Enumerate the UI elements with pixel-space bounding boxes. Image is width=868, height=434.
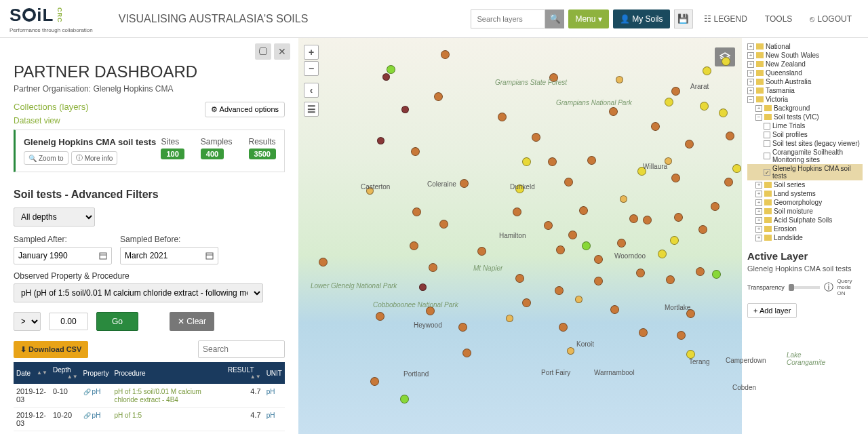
- clear-button[interactable]: ✕ Clear: [170, 312, 214, 331]
- map-marker[interactable]: [568, 231, 577, 239]
- map-marker[interactable]: [400, 395, 409, 403]
- plus-icon[interactable]: +: [755, 235, 762, 241]
- logout-link[interactable]: ⎋LOGOUT: [803, 14, 859, 24]
- map-marker[interactable]: [666, 275, 675, 284]
- map-marker[interactable]: [441, 50, 450, 59]
- map-marker[interactable]: [582, 241, 591, 250]
- plus-icon[interactable]: +: [747, 87, 754, 94]
- map-marker[interactable]: [522, 157, 531, 166]
- zoom-in-button[interactable]: +: [304, 45, 319, 60]
- col-date[interactable]: Date▲▼: [14, 362, 50, 384]
- map-marker[interactable]: [564, 178, 573, 186]
- transparency-slider[interactable]: [789, 286, 820, 289]
- map-marker[interactable]: [616, 76, 623, 83]
- checkbox[interactable]: [764, 132, 770, 138]
- tree-item[interactable]: +Erosion: [747, 224, 863, 233]
- advanced-options-button[interactable]: ⚙ Advanced options: [205, 102, 285, 117]
- map-marker[interactable]: [477, 247, 486, 256]
- display-toggle[interactable]: 🖵: [255, 43, 271, 60]
- map-marker[interactable]: [370, 377, 379, 386]
- tree-item[interactable]: +Tasmania: [747, 86, 863, 95]
- map-marker[interactable]: [639, 328, 648, 337]
- map-marker[interactable]: [629, 214, 638, 223]
- map[interactable]: + − ‹ ☰ CastertonColeraineDunkeldHamilto…: [298, 38, 742, 434]
- map-marker[interactable]: [587, 156, 596, 165]
- map-marker[interactable]: [685, 140, 694, 149]
- search-input[interactable]: [471, 9, 545, 28]
- value-input[interactable]: [49, 313, 88, 330]
- more-info-button[interactable]: ⓘ More info: [71, 151, 118, 165]
- my-soils-button[interactable]: 👤 My Soils: [613, 9, 670, 28]
- tree-item[interactable]: +Soil moisture: [747, 207, 863, 216]
- map-marker[interactable]: [719, 108, 728, 117]
- list-button[interactable]: ☰: [304, 102, 319, 117]
- tree-item[interactable]: −Soil tests (VIC): [747, 113, 863, 121]
- col-unit[interactable]: UNIT: [264, 362, 285, 384]
- depth-select[interactable]: All depths: [14, 208, 95, 226]
- map-marker[interactable]: [559, 323, 568, 332]
- plus-icon[interactable]: +: [755, 217, 762, 224]
- map-marker[interactable]: [429, 263, 437, 272]
- map-marker[interactable]: [609, 107, 618, 116]
- plus-icon[interactable]: +: [755, 191, 762, 197]
- table-row[interactable]: 2019-12-030-10🔗pHpH of 1:5 soil/0.01 M c…: [14, 384, 285, 408]
- dataset-view-link[interactable]: Dataset view: [14, 116, 285, 125]
- map-marker[interactable]: [522, 298, 531, 307]
- col-result[interactable]: RESULT▲▼: [225, 362, 264, 384]
- map-marker[interactable]: [376, 312, 384, 321]
- map-marker[interactable]: [594, 255, 603, 264]
- map-marker[interactable]: [726, 132, 734, 140]
- map-marker[interactable]: [732, 164, 741, 173]
- map-marker[interactable]: [513, 208, 521, 216]
- tree-item[interactable]: +Geomorphology: [747, 198, 863, 207]
- map-marker[interactable]: [462, 349, 471, 357]
- map-marker[interactable]: [410, 241, 418, 250]
- collections-link[interactable]: Collections (layers): [14, 102, 89, 112]
- operator-select[interactable]: >: [14, 312, 41, 331]
- tree-item[interactable]: −Victoria: [747, 95, 863, 104]
- map-marker[interactable]: [567, 347, 574, 355]
- map-marker[interactable]: [651, 122, 660, 131]
- map-marker[interactable]: [377, 137, 384, 144]
- map-marker[interactable]: [460, 179, 469, 188]
- tree-item[interactable]: +Background: [747, 104, 863, 113]
- plus-icon[interactable]: +: [747, 43, 754, 50]
- plus-icon[interactable]: +: [755, 105, 762, 112]
- map-marker[interactable]: [643, 216, 652, 224]
- map-marker[interactable]: [532, 133, 540, 142]
- tree-item[interactable]: +New South Wales: [747, 51, 863, 60]
- zoom-out-button[interactable]: −: [304, 61, 319, 76]
- map-marker[interactable]: [658, 250, 667, 258]
- map-marker[interactable]: [434, 92, 443, 101]
- menu-button[interactable]: Menu ▾: [568, 9, 608, 28]
- zoom-to-button[interactable]: 🔍 Zoom to: [24, 151, 68, 165]
- save-button[interactable]: 💾: [674, 9, 693, 28]
- tree-item[interactable]: +South Australia: [747, 77, 863, 86]
- col-depth[interactable]: Depth▲▼: [50, 362, 81, 384]
- tree-item[interactable]: Soil test sites (legacy viewer): [747, 139, 863, 148]
- tree-item[interactable]: +Acid Sulphate Soils: [747, 216, 863, 224]
- sampled-after-input[interactable]: [14, 247, 112, 264]
- close-panel[interactable]: ✕: [274, 43, 290, 60]
- map-marker[interactable]: [711, 202, 719, 211]
- plus-icon[interactable]: +: [755, 208, 762, 215]
- map-marker[interactable]: [319, 258, 328, 267]
- map-marker[interactable]: [724, 178, 733, 186]
- map-marker[interactable]: [548, 157, 557, 166]
- map-marker[interactable]: [506, 315, 513, 322]
- plus-icon[interactable]: +: [755, 226, 762, 233]
- map-marker[interactable]: [458, 323, 467, 332]
- map-marker[interactable]: [665, 98, 673, 106]
- map-marker[interactable]: [617, 239, 626, 248]
- map-marker[interactable]: [712, 270, 721, 279]
- map-marker[interactable]: [515, 274, 524, 283]
- map-marker[interactable]: [556, 245, 565, 254]
- map-marker[interactable]: [579, 206, 588, 215]
- tree-item[interactable]: Lime Trials: [747, 121, 863, 130]
- map-marker[interactable]: [575, 296, 583, 303]
- table-row[interactable]: 2019-12-0310-20🔗pHpH of 1:54.7pH: [14, 408, 285, 431]
- map-marker[interactable]: [722, 57, 730, 66]
- col-procedure[interactable]: Procedure: [111, 362, 225, 384]
- map-marker[interactable]: [594, 277, 603, 285]
- search-button[interactable]: 🔍: [545, 9, 564, 28]
